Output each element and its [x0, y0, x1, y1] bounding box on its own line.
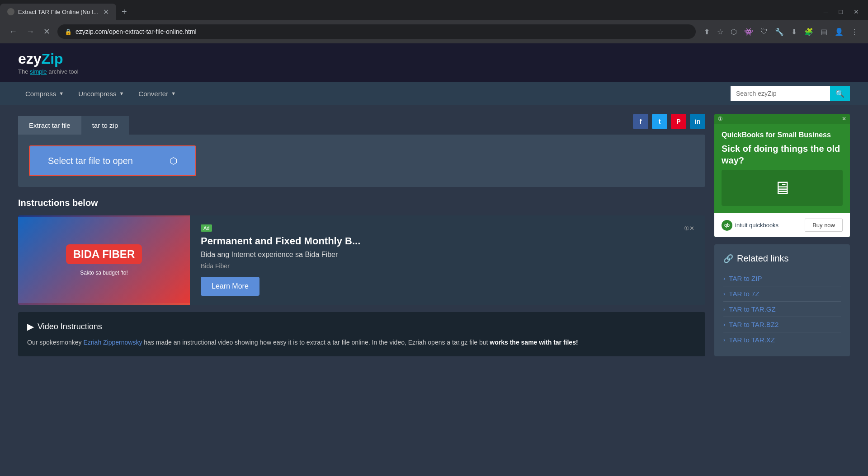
- extension-icon-4[interactable]: 🔧: [772, 26, 787, 38]
- menu-icon[interactable]: ⋮: [848, 26, 861, 38]
- related-link-item: › TAR to TAR.GZ: [723, 302, 841, 317]
- address-bar: ← → ✕ 🔒 ezyzip.com/open-extract-tar-file…: [0, 20, 868, 43]
- twitter-share-button[interactable]: t: [652, 114, 667, 129]
- ad-label: Ad: [201, 224, 212, 232]
- buy-now-button[interactable]: Buy now: [805, 219, 843, 232]
- ad-image-placeholder: BIDA FIBER Sakto sa budget 'to!: [18, 217, 190, 303]
- address-text: ezyzip.com/open-extract-tar-file-online.…: [75, 28, 197, 35]
- tab-bar: Extract TAR File Online (No limits... ✕ …: [0, 0, 868, 20]
- extension-icon-3[interactable]: 🛡: [758, 26, 770, 37]
- related-links-title: 🔗 Related links: [723, 253, 841, 264]
- tar-to-zip-link[interactable]: TAR to ZIP: [729, 275, 762, 282]
- chevron-icon: ›: [723, 290, 725, 297]
- ad-subtitle: Bida ang Internet experience sa Bida Fib…: [201, 251, 694, 259]
- extensions-button[interactable]: 🧩: [802, 26, 816, 38]
- ad-content: Ad ①✕ Permanent and Fixed Monthly B... B…: [190, 215, 705, 305]
- reload-button[interactable]: ✕: [42, 25, 52, 38]
- sidebar-toggle-icon[interactable]: ▤: [818, 26, 830, 38]
- tab-title: Extract TAR File Online (No limits...: [18, 9, 99, 15]
- learn-more-button[interactable]: Learn More: [201, 277, 259, 296]
- qb-ad-header: ① ✕: [714, 114, 850, 124]
- search-input[interactable]: [731, 86, 830, 101]
- extension-icon-1[interactable]: ⬡: [728, 26, 740, 38]
- site-nav: Compress ▼ Uncompress ▼ Converter ▼ 🔍: [0, 82, 868, 105]
- nav-compress-label: Compress: [25, 90, 56, 98]
- forward-button[interactable]: →: [24, 25, 36, 38]
- nav-uncompress[interactable]: Uncompress ▼: [71, 82, 131, 105]
- logo-tagline: The simple archive tool: [18, 68, 79, 75]
- tar-to-7z-link[interactable]: TAR to 7Z: [729, 290, 759, 298]
- ad-slogan: Sakto sa budget 'to!: [80, 270, 128, 276]
- qb-illustration: 🖥: [722, 170, 843, 206]
- related-links-section: 🔗 Related links › TAR to ZIP › TAR to 7Z…: [714, 244, 850, 356]
- nav-compress[interactable]: Compress ▼: [18, 82, 71, 105]
- uncompress-dropdown-icon: ▼: [119, 91, 124, 96]
- social-buttons: f t P in: [633, 114, 705, 129]
- nav-converter[interactable]: Converter ▼: [131, 82, 183, 105]
- sidebar: ① ✕ QuickBooks for Small Business Sick o…: [714, 114, 850, 356]
- tar-to-tarxz-link[interactable]: TAR to TAR.XZ: [729, 336, 775, 344]
- toolbar-icons: ⬆ ☆ ⬡ 👾 🛡 🔧 ⬇ 🧩 ▤ 👤 ⋮: [701, 26, 861, 38]
- video-icon: ▶: [27, 321, 34, 332]
- converter-dropdown-icon: ▼: [171, 91, 176, 96]
- spokesmonkey-link[interactable]: Ezriah Zippernowsky: [84, 339, 142, 346]
- tar-to-tarbz2-link[interactable]: TAR to TAR.BZ2: [729, 321, 778, 328]
- related-link-item: › TAR to TAR.BZ2: [723, 317, 841, 332]
- qb-ad-footer: qb intuit quickbooks Buy now: [714, 213, 850, 237]
- ad-close-icon[interactable]: ①✕: [684, 225, 694, 232]
- chevron-icon: ›: [723, 306, 725, 313]
- compress-dropdown-icon: ▼: [59, 91, 64, 96]
- emphasis-text: works the same with tar files!: [490, 339, 578, 346]
- extension-icon-2[interactable]: 👾: [741, 26, 756, 38]
- tar-to-targz-link[interactable]: TAR to TAR.GZ: [729, 305, 775, 313]
- pinterest-share-button[interactable]: P: [671, 114, 686, 129]
- tab-favicon: [7, 8, 14, 15]
- close-button[interactable]: ✕: [848, 4, 864, 20]
- back-button[interactable]: ←: [7, 25, 19, 38]
- new-tab-button[interactable]: +: [116, 7, 132, 17]
- ad-banner: BIDA FIBER Sakto sa budget 'to! Ad ①✕ Pe…: [18, 215, 705, 305]
- facebook-share-button[interactable]: f: [633, 114, 648, 129]
- linkedin-share-button[interactable]: in: [690, 114, 705, 129]
- ad-header: Ad ①✕: [201, 224, 694, 232]
- video-instructions-section: ▶ Video Instructions Our spokesmonkey Ez…: [18, 312, 705, 356]
- site-logo[interactable]: ezyZip The simple archive tool: [18, 51, 79, 75]
- logo-ezy: ezy: [18, 51, 42, 67]
- tagline-prefix: The: [18, 68, 28, 75]
- tab-close-btn[interactable]: ✕: [103, 8, 109, 16]
- tab-extract-tar[interactable]: Extract tar file: [18, 116, 81, 135]
- chevron-icon: ›: [723, 321, 725, 328]
- chevron-icon: ›: [723, 275, 725, 282]
- qb-ad-close-icon[interactable]: ✕: [842, 116, 846, 122]
- tagline-suffix: archive tool: [48, 68, 78, 75]
- main-layout: Extract tar file tar to zip f t P in Sel…: [0, 105, 868, 365]
- content-tab-nav: Extract tar file tar to zip: [18, 116, 129, 135]
- share-icon[interactable]: ⬆: [701, 26, 712, 38]
- chevron-icon: ›: [723, 336, 725, 343]
- logo-zip: Zip: [42, 51, 63, 67]
- tabs-row: Extract tar file tar to zip f t P in: [18, 114, 705, 135]
- qb-ad-label: ①: [718, 116, 723, 122]
- tab-tar-to-zip[interactable]: tar to zip: [81, 116, 129, 135]
- window-controls: ─ □ ✕: [818, 4, 868, 20]
- video-instructions-text: Our spokesmonkey Ezriah Zippernowsky has…: [27, 337, 696, 347]
- qb-ad-container: ① ✕ QuickBooks for Small Business Sick o…: [714, 114, 850, 237]
- download-icon[interactable]: ⬇: [788, 26, 800, 38]
- ad-company: Bida Fiber: [201, 262, 694, 270]
- profile-icon[interactable]: 👤: [832, 26, 846, 38]
- active-tab[interactable]: Extract TAR File Online (No limits... ✕: [0, 4, 116, 20]
- video-instructions-title: ▶ Video Instructions: [27, 321, 696, 332]
- search-button[interactable]: 🔍: [830, 86, 850, 101]
- minimize-button[interactable]: ─: [818, 4, 834, 20]
- maximize-button[interactable]: □: [834, 4, 848, 20]
- site-header: ezyZip The simple archive tool: [0, 43, 868, 82]
- address-input[interactable]: 🔒 ezyzip.com/open-extract-tar-file-onlin…: [57, 24, 696, 39]
- bookmark-icon[interactable]: ☆: [714, 26, 726, 38]
- quickbooks-ad: ① ✕ QuickBooks for Small Business Sick o…: [714, 114, 850, 237]
- related-link-item: › TAR to ZIP: [723, 271, 841, 286]
- dropbox-icon: ⬡: [170, 155, 177, 166]
- select-tar-file-button[interactable]: Select tar file to open ⬡: [29, 145, 196, 176]
- related-link-item: › TAR to 7Z: [723, 286, 841, 302]
- related-links-icon: 🔗: [723, 254, 733, 264]
- qb-logo-icon: qb: [722, 220, 732, 231]
